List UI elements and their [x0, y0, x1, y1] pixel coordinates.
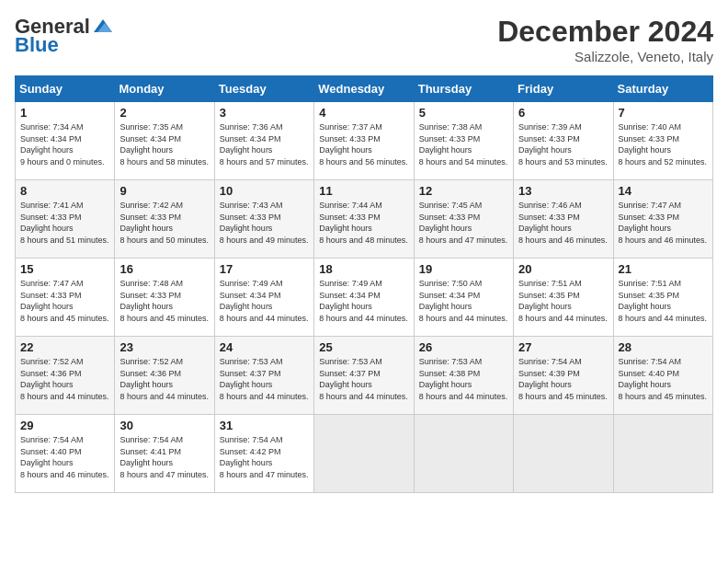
calendar-cell: 19Sunrise: 7:50 AMSunset: 4:34 PMDayligh…	[414, 259, 513, 337]
day-number: 14	[619, 184, 708, 198]
day-info: Sunrise: 7:46 AMSunset: 4:33 PMDaylight …	[518, 200, 608, 246]
day-number: 10	[220, 184, 309, 198]
day-number: 22	[20, 340, 109, 354]
calendar-cell	[414, 415, 513, 493]
day-number: 23	[119, 340, 209, 354]
day-info: Sunrise: 7:34 AMSunset: 4:34 PMDaylight …	[20, 121, 109, 167]
day-number: 30	[119, 419, 209, 432]
calendar-week-row: 15Sunrise: 7:47 AMSunset: 4:33 PMDayligh…	[16, 259, 713, 337]
calendar-header-thursday: Thursday	[414, 76, 513, 102]
day-number: 29	[20, 419, 109, 432]
day-info: Sunrise: 7:54 AMSunset: 4:40 PMDaylight …	[619, 356, 708, 402]
day-info: Sunrise: 7:53 AMSunset: 4:37 PMDaylight …	[319, 356, 408, 402]
calendar-cell: 9Sunrise: 7:42 AMSunset: 4:33 PMDaylight…	[115, 180, 214, 259]
calendar-header-saturday: Saturday	[613, 76, 712, 102]
calendar-cell	[613, 415, 712, 493]
month-title: December 2024	[497, 15, 713, 49]
title-block: December 2024 Salizzole, Veneto, Italy	[497, 15, 713, 64]
day-info: Sunrise: 7:49 AMSunset: 4:34 PMDaylight …	[319, 278, 408, 324]
calendar-cell: 13Sunrise: 7:46 AMSunset: 4:33 PMDayligh…	[514, 180, 613, 259]
day-number: 24	[220, 340, 309, 354]
calendar-cell: 24Sunrise: 7:53 AMSunset: 4:37 PMDayligh…	[214, 337, 313, 415]
day-number: 17	[220, 262, 309, 276]
calendar-header-tuesday: Tuesday	[214, 76, 313, 102]
calendar-week-row: 8Sunrise: 7:41 AMSunset: 4:33 PMDaylight…	[16, 180, 713, 259]
day-number: 11	[319, 184, 408, 198]
day-number: 21	[619, 262, 708, 276]
calendar-cell: 16Sunrise: 7:48 AMSunset: 4:33 PMDayligh…	[115, 259, 214, 337]
day-number: 13	[518, 184, 608, 198]
calendar-cell: 7Sunrise: 7:40 AMSunset: 4:33 PMDaylight…	[613, 102, 712, 180]
logo-blue-text: Blue	[15, 33, 59, 57]
calendar-cell: 11Sunrise: 7:44 AMSunset: 4:33 PMDayligh…	[314, 180, 414, 259]
day-number: 8	[20, 184, 109, 198]
calendar-cell: 28Sunrise: 7:54 AMSunset: 4:40 PMDayligh…	[613, 337, 712, 415]
calendar-cell: 3Sunrise: 7:36 AMSunset: 4:34 PMDaylight…	[214, 102, 313, 180]
calendar-cell: 29Sunrise: 7:54 AMSunset: 4:40 PMDayligh…	[16, 415, 115, 493]
calendar-cell: 22Sunrise: 7:52 AMSunset: 4:36 PMDayligh…	[16, 337, 115, 415]
day-info: Sunrise: 7:51 AMSunset: 4:35 PMDaylight …	[619, 278, 708, 324]
calendar-cell: 1Sunrise: 7:34 AMSunset: 4:34 PMDaylight…	[16, 102, 115, 180]
calendar-cell: 31Sunrise: 7:54 AMSunset: 4:42 PMDayligh…	[214, 415, 313, 493]
day-info: Sunrise: 7:52 AMSunset: 4:36 PMDaylight …	[119, 356, 209, 402]
day-number: 18	[319, 262, 408, 276]
location-text: Salizzole, Veneto, Italy	[497, 49, 713, 64]
day-info: Sunrise: 7:53 AMSunset: 4:38 PMDaylight …	[419, 356, 508, 402]
day-number: 26	[419, 340, 508, 354]
day-number: 3	[220, 106, 309, 120]
day-number: 15	[20, 262, 109, 276]
day-info: Sunrise: 7:45 AMSunset: 4:33 PMDaylight …	[419, 200, 508, 246]
day-info: Sunrise: 7:37 AMSunset: 4:33 PMDaylight …	[319, 121, 408, 167]
day-info: Sunrise: 7:50 AMSunset: 4:34 PMDaylight …	[419, 278, 508, 324]
calendar-header-monday: Monday	[115, 76, 214, 102]
logo: General Blue	[15, 15, 114, 57]
calendar-cell: 21Sunrise: 7:51 AMSunset: 4:35 PMDayligh…	[613, 259, 712, 337]
calendar-header-friday: Friday	[514, 76, 613, 102]
calendar-cell: 5Sunrise: 7:38 AMSunset: 4:33 PMDaylight…	[414, 102, 513, 180]
calendar-cell: 6Sunrise: 7:39 AMSunset: 4:33 PMDaylight…	[514, 102, 613, 180]
calendar-cell: 26Sunrise: 7:53 AMSunset: 4:38 PMDayligh…	[414, 337, 513, 415]
day-number: 9	[119, 184, 209, 198]
day-info: Sunrise: 7:43 AMSunset: 4:33 PMDaylight …	[220, 200, 309, 246]
day-number: 1	[20, 106, 109, 120]
calendar-cell: 23Sunrise: 7:52 AMSunset: 4:36 PMDayligh…	[115, 337, 214, 415]
day-info: Sunrise: 7:47 AMSunset: 4:33 PMDaylight …	[619, 200, 708, 246]
day-info: Sunrise: 7:47 AMSunset: 4:33 PMDaylight …	[20, 278, 109, 324]
day-number: 2	[119, 106, 209, 120]
day-number: 5	[419, 106, 508, 120]
day-number: 4	[319, 106, 408, 120]
day-info: Sunrise: 7:54 AMSunset: 4:42 PMDaylight …	[220, 434, 309, 480]
day-number: 6	[518, 106, 608, 120]
day-info: Sunrise: 7:42 AMSunset: 4:33 PMDaylight …	[119, 200, 209, 246]
calendar-cell: 14Sunrise: 7:47 AMSunset: 4:33 PMDayligh…	[613, 180, 712, 259]
calendar-cell	[514, 415, 613, 493]
calendar-cell: 20Sunrise: 7:51 AMSunset: 4:35 PMDayligh…	[514, 259, 613, 337]
calendar-cell: 8Sunrise: 7:41 AMSunset: 4:33 PMDaylight…	[16, 180, 115, 259]
day-number: 27	[518, 340, 608, 354]
day-number: 12	[419, 184, 508, 198]
day-number: 20	[518, 262, 608, 276]
day-info: Sunrise: 7:38 AMSunset: 4:33 PMDaylight …	[419, 121, 508, 167]
day-number: 31	[220, 419, 309, 432]
calendar-header-wednesday: Wednesday	[314, 76, 414, 102]
day-info: Sunrise: 7:48 AMSunset: 4:33 PMDaylight …	[119, 278, 209, 324]
logo-icon	[92, 16, 114, 38]
calendar-week-row: 22Sunrise: 7:52 AMSunset: 4:36 PMDayligh…	[16, 337, 713, 415]
day-info: Sunrise: 7:52 AMSunset: 4:36 PMDaylight …	[20, 356, 109, 402]
day-number: 25	[319, 340, 408, 354]
calendar-week-row: 29Sunrise: 7:54 AMSunset: 4:40 PMDayligh…	[16, 415, 713, 493]
page-header: General Blue December 2024 Salizzole, Ve…	[15, 15, 713, 64]
day-info: Sunrise: 7:44 AMSunset: 4:33 PMDaylight …	[319, 200, 408, 246]
calendar-cell: 17Sunrise: 7:49 AMSunset: 4:34 PMDayligh…	[214, 259, 313, 337]
calendar-cell: 4Sunrise: 7:37 AMSunset: 4:33 PMDaylight…	[314, 102, 414, 180]
calendar-cell: 2Sunrise: 7:35 AMSunset: 4:34 PMDaylight…	[115, 102, 214, 180]
calendar-table: SundayMondayTuesdayWednesdayThursdayFrid…	[15, 75, 713, 493]
day-number: 19	[419, 262, 508, 276]
calendar-week-row: 1Sunrise: 7:34 AMSunset: 4:34 PMDaylight…	[16, 102, 713, 180]
day-info: Sunrise: 7:35 AMSunset: 4:34 PMDaylight …	[119, 121, 209, 167]
day-info: Sunrise: 7:53 AMSunset: 4:37 PMDaylight …	[220, 356, 309, 402]
day-info: Sunrise: 7:36 AMSunset: 4:34 PMDaylight …	[220, 121, 309, 167]
day-info: Sunrise: 7:54 AMSunset: 4:39 PMDaylight …	[518, 356, 608, 402]
day-number: 7	[619, 106, 708, 120]
calendar-header-sunday: Sunday	[16, 76, 115, 102]
